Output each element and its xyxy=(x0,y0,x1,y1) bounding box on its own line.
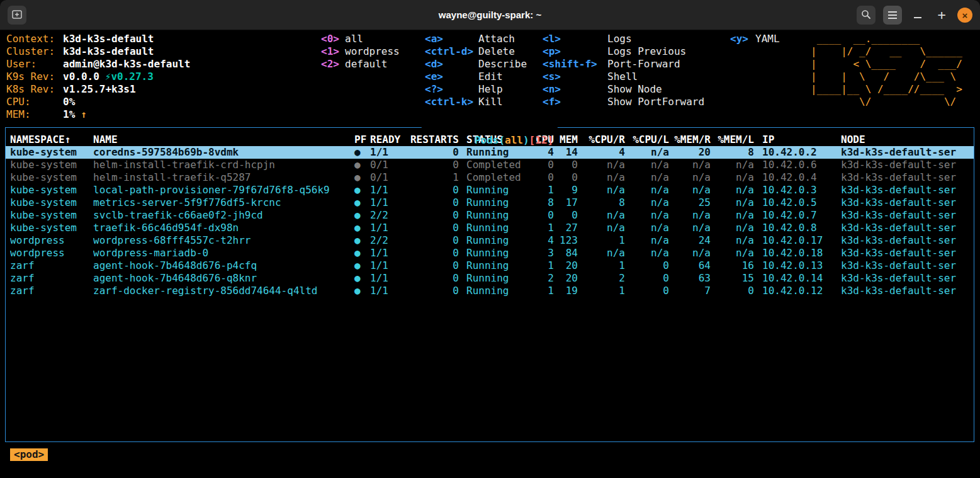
cell-mem-r: 20 xyxy=(671,146,712,159)
info-row: User:admin@k3d-k3s-default xyxy=(6,58,196,71)
cell-restarts: 0 xyxy=(405,196,461,209)
cell-status: Completed xyxy=(461,171,532,184)
column-header-namespace[interactable]: NAMESPACE↑ xyxy=(10,134,93,146)
cell-mem-l: n/a xyxy=(712,222,756,234)
column-header-mem[interactable]: MEM xyxy=(556,134,580,146)
column-header-mem-r[interactable]: %MEM/R xyxy=(671,134,712,146)
table-row[interactable]: kube-system metrics-server-5f9f776df5-kr… xyxy=(6,196,974,209)
menu-button[interactable] xyxy=(883,6,902,25)
terminal-content[interactable]: Context:k3d-k3s-defaultCluster:k3d-k3s-d… xyxy=(0,30,980,478)
cell-ip: 10.42.0.5 xyxy=(756,196,835,209)
cell-restarts: 1 xyxy=(405,171,461,184)
cell-restarts: 0 xyxy=(405,285,461,297)
hotkey-key: <s> xyxy=(543,71,607,83)
cell-name: zarf-docker-registry-856dd74644-q4ltd xyxy=(93,285,352,297)
k9s-ascii-logo: ____ __.________| |/ _/ __ \______| < \_… xyxy=(811,33,962,108)
cell-namespace: wordpress xyxy=(10,234,93,247)
cell-mem-r: 25 xyxy=(671,196,712,209)
table-row[interactable]: wordpress wordpress-mariadb-0 ● 1/1 0 Ru… xyxy=(6,247,974,259)
info-row: Context:k3d-k3s-default xyxy=(6,33,196,45)
table-row[interactable]: wordpress wordpress-68fff4557c-t2hrr ● 2… xyxy=(6,234,974,247)
column-header-node[interactable]: NODE xyxy=(835,134,974,146)
table-row[interactable]: zarf agent-hook-7b4648d676-p4cfq ● 1/1 0… xyxy=(6,259,974,272)
pf-dot-icon: ● xyxy=(352,159,370,171)
hotkey-key: <e> xyxy=(425,71,478,83)
cell-node: k3d-k3s-default-ser xyxy=(835,159,974,171)
terminal-window: wayne@guilty-spark: ~ + × Context:k xyxy=(0,0,980,478)
cell-ready: 0/1 xyxy=(370,171,405,184)
titlebar: wayne@guilty-spark: ~ + × xyxy=(0,0,980,30)
cell-node: k3d-k3s-default-ser xyxy=(835,184,974,196)
search-button[interactable] xyxy=(857,6,876,25)
cell-mem: 27 xyxy=(556,222,580,234)
table-row[interactable]: kube-system helm-install-traefik-crd-hcp… xyxy=(6,159,974,171)
cell-cpu-l: 0 xyxy=(627,272,671,285)
cell-namespace: zarf xyxy=(10,259,93,272)
cell-ip: 10.42.0.8 xyxy=(756,222,835,234)
cell-status: Running xyxy=(461,285,532,297)
table-row[interactable]: zarf zarf-docker-registry-856dd74644-q4l… xyxy=(6,285,974,297)
cell-mem-l: n/a xyxy=(712,209,756,222)
hotkey-key: <d> xyxy=(425,58,478,71)
hotkey-key: <shift-f> xyxy=(543,58,607,71)
minimize-button[interactable] xyxy=(910,7,926,23)
cell-ready: 1/1 xyxy=(370,259,405,272)
hotkey-label: Delete xyxy=(478,45,515,57)
cell-mem: 17 xyxy=(556,196,580,209)
cell-namespace: wordpress xyxy=(10,247,93,259)
cell-cpu-r: 4 xyxy=(580,146,627,159)
column-header-cpu-l[interactable]: %CPU/L xyxy=(627,134,671,146)
new-tab-button[interactable] xyxy=(8,6,26,25)
column-header-pf[interactable]: PF xyxy=(352,134,370,146)
cell-mem: 19 xyxy=(556,285,580,297)
cell-name: helm-install-traefik-crd-hcpjn xyxy=(93,159,352,171)
cell-mem-l: n/a xyxy=(712,159,756,171)
cell-cpu-r: n/a xyxy=(580,159,627,171)
up-arrow-icon: ↑ xyxy=(81,108,87,120)
table-title: Pods(all)[12] xyxy=(422,122,558,134)
table-row[interactable]: kube-system svclb-traefik-c66ae0f2-jh9cd… xyxy=(6,209,974,222)
maximize-button[interactable]: + xyxy=(933,7,950,23)
info-row: K8s Rev:v1.25.7+k3s1 xyxy=(6,83,196,96)
cell-mem-l: 0 xyxy=(712,285,756,297)
cell-node: k3d-k3s-default-ser xyxy=(835,234,974,247)
cell-cpu-l: n/a xyxy=(627,159,671,171)
column-header-mem-l[interactable]: %MEM/L xyxy=(712,134,756,146)
column-header-cpu-r[interactable]: %CPU/R xyxy=(580,134,627,146)
hotkey-label: Edit xyxy=(478,71,503,83)
info-row: MEM:1%↑ xyxy=(6,108,196,121)
table-row[interactable]: kube-system helm-install-traefik-q5287 ●… xyxy=(6,171,974,184)
cell-mem-l: 15 xyxy=(712,272,756,285)
column-header-name[interactable]: NAME xyxy=(93,134,352,146)
close-button[interactable]: × xyxy=(957,8,972,23)
table-row[interactable]: kube-system traefik-66c46d954f-dx98n ● 1… xyxy=(6,222,974,234)
table-row[interactable]: kube-system local-path-provisioner-79f67… xyxy=(6,184,974,196)
cell-status: Running xyxy=(461,259,532,272)
hotkey-label: Attach xyxy=(478,33,515,45)
cell-status: Running xyxy=(461,184,532,196)
column-header-ready[interactable]: READY xyxy=(370,134,405,146)
hotkey-row: <a>Attach xyxy=(425,33,527,45)
column-header-ip[interactable]: IP xyxy=(756,134,835,146)
logo-line: | |/ _/ __ \______ xyxy=(811,45,962,58)
cell-status: Running xyxy=(461,146,532,159)
info-value: k3d-k3s-default xyxy=(63,33,154,45)
breadcrumb: <pod> xyxy=(10,448,48,461)
action-hotkeys-col3: <y>YAML xyxy=(730,33,780,45)
cell-cpu-r: 1 xyxy=(580,285,627,297)
hotkey-label: Describe xyxy=(478,58,527,70)
table-row[interactable]: kube-system coredns-597584b69b-8vdmk ● 1… xyxy=(6,146,974,159)
hotkey-row: <ctrl-d>Delete xyxy=(425,45,527,58)
cell-mem-l: n/a xyxy=(712,171,756,184)
hotkey-label: Logs Previous xyxy=(607,45,686,57)
cell-node: k3d-k3s-default-ser xyxy=(835,171,974,184)
cell-ready: 2/2 xyxy=(370,234,405,247)
cell-mem-l: n/a xyxy=(712,234,756,247)
cell-restarts: 0 xyxy=(405,209,461,222)
cell-namespace: kube-system xyxy=(10,196,93,209)
hotkey-row: <f>Show PortForward xyxy=(543,96,704,108)
info-value: admin@k3d-k3s-default xyxy=(63,58,190,70)
cell-name: agent-hook-7b4648d676-p4cfq xyxy=(93,259,352,272)
table-row[interactable]: zarf agent-hook-7b4648d676-q8knr ● 1/1 0… xyxy=(6,272,974,285)
pf-dot-icon: ● xyxy=(352,184,370,196)
